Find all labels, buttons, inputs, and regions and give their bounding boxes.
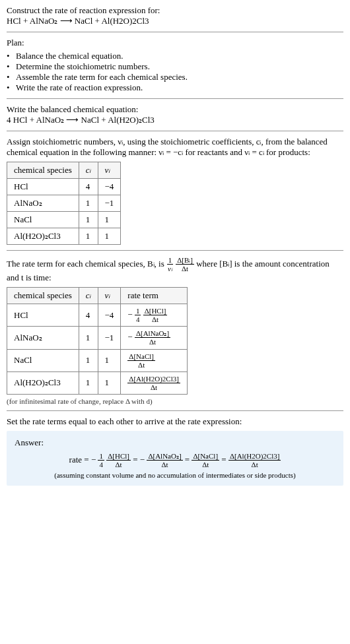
divider: [7, 32, 343, 32]
cell-c: 1: [79, 371, 98, 394]
plan-item: •Balance the chemical equation.: [7, 51, 343, 61]
cell-c: 1: [79, 349, 98, 371]
frac-num: Δ[AlNaO₂]: [147, 452, 182, 461]
plan-item: •Determine the stoichiometric numbers.: [7, 61, 343, 72]
frac-den: Δt: [201, 461, 210, 468]
frac-coef: 14: [135, 307, 141, 323]
cell-v: −4: [98, 179, 121, 195]
table-header-row: chemical species cᵢ νᵢ: [7, 162, 121, 179]
table-row: HCl4−4: [7, 179, 121, 195]
frac-num: Δ[Al(H2O)2Cl3]: [127, 375, 180, 383]
cell-c: 1: [79, 195, 98, 212]
answer-box: Answer: rate = − 14 Δ[HCl]Δt = − Δ[AlNaO…: [7, 431, 343, 486]
table-row: Al(H2O)₂Cl311: [7, 228, 121, 245]
plan-item-text: Determine the stoichiometric numbers.: [16, 61, 150, 72]
frac-delta: Δ[NaCl]Δt: [127, 352, 155, 369]
frac-num: Δ[HCl]: [143, 307, 168, 315]
rt-prefix: −: [127, 332, 132, 342]
frac-delta: Δ[NaCl]Δt: [192, 452, 219, 468]
answer-equation: rate = − 14 Δ[HCl]Δt = − Δ[AlNaO₂]Δt = Δ…: [15, 452, 335, 468]
frac-coef: 14: [98, 452, 104, 468]
answer-note: (assuming constant volume and no accumul…: [15, 471, 335, 479]
rt-prefix: =: [185, 455, 192, 465]
frac-delta: Δ[Bᵢ]Δt: [176, 256, 194, 273]
rateterm-intro: The rate term for each chemical species,…: [7, 256, 343, 283]
cell-v: 1: [98, 371, 121, 394]
final-section: Set the rate terms equal to each other t…: [7, 416, 343, 486]
frac-num: 1: [167, 256, 174, 265]
frac-num: Δ[NaCl]: [192, 452, 219, 461]
col-v: νᵢ: [98, 288, 121, 304]
cell-v: 1: [98, 349, 121, 371]
frac-delta: Δ[AlNaO₂]Δt: [135, 329, 170, 346]
cell-species: AlNaO₂: [7, 327, 79, 349]
rate-term: − 14 Δ[HCl]Δt: [91, 455, 133, 465]
frac-den: Δt: [180, 265, 190, 273]
cell-v: −1: [98, 327, 121, 349]
col-species: chemical species: [7, 288, 79, 304]
frac-den: Δt: [250, 461, 260, 468]
divider: [7, 250, 343, 251]
frac-delta: Δ[HCl]Δt: [106, 452, 131, 468]
balanced-equation: 4 HCl + AlNaO₂ ⟶ NaCl + Al(H2O)₂Cl3: [7, 115, 343, 125]
frac-den: Δt: [114, 461, 123, 468]
header-prompt: Construct the rate of reaction expressio…: [7, 5, 343, 16]
plan-item-text: Assemble the rate term for each chemical…: [16, 72, 188, 82]
cell-rate: Δ[Al(H2O)2Cl3]Δt: [121, 371, 188, 394]
frac-delta: Δ[Al(H2O)2Cl3]Δt: [127, 375, 180, 391]
rateterm-note: (for infinitesimal rate of change, repla…: [7, 397, 343, 405]
col-rate: rate term: [121, 288, 188, 304]
cell-species: AlNaO₂: [7, 195, 79, 212]
plan-title: Plan:: [7, 38, 343, 48]
rate-term: = Δ[NaCl]Δt: [185, 455, 221, 465]
frac-num: Δ[NaCl]: [127, 352, 155, 361]
plan-item-text: Write the rate of reaction expression.: [16, 82, 143, 93]
final-intro: Set the rate terms equal to each other t…: [7, 416, 343, 427]
balanced-section: Write the balanced chemical equation: 4 …: [7, 104, 343, 125]
cell-species: NaCl: [7, 212, 79, 228]
frac-num: Δ[Al(H2O)2Cl3]: [228, 452, 281, 461]
col-v: νᵢ: [98, 162, 121, 179]
cell-rate: − 14 Δ[HCl]Δt: [121, 304, 188, 327]
cell-species: HCl: [7, 179, 79, 195]
divider: [7, 131, 343, 131]
plan-list: •Balance the chemical equation. •Determi…: [7, 51, 343, 93]
cell-v: 1: [98, 228, 121, 245]
rt-prefix: −: [127, 309, 132, 319]
bullet-icon: •: [7, 72, 13, 82]
stoich-section: Assign stoichiometric numbers, νᵢ, using…: [7, 137, 343, 245]
col-c: cᵢ: [79, 162, 98, 179]
frac-num: 1: [98, 452, 104, 461]
header-equation: HCl + AlNaO₂ ⟶ NaCl + Al(H2O)2Cl3: [7, 16, 343, 26]
cell-c: 1: [79, 327, 98, 349]
cell-c: 1: [79, 228, 98, 245]
cell-species: HCl: [7, 304, 79, 327]
cell-species: NaCl: [7, 349, 79, 371]
table-header-row: chemical species cᵢ νᵢ rate term: [7, 288, 188, 304]
cell-species: Al(H2O)₂Cl3: [7, 228, 79, 245]
cell-species: Al(H2O)₂Cl3: [7, 371, 79, 394]
rate-term: = − Δ[AlNaO₂]Δt: [133, 455, 185, 465]
rate-label: rate =: [69, 455, 91, 465]
table-row: AlNaO₂1−1: [7, 195, 121, 212]
frac-num: Δ[HCl]: [106, 452, 131, 461]
frac-den: νᵢ: [166, 265, 174, 273]
cell-c: 4: [79, 304, 98, 327]
rate-term: = Δ[Al(H2O)2Cl3]Δt: [221, 455, 281, 465]
header-section: Construct the rate of reaction expressio…: [7, 5, 343, 26]
cell-v: −4: [98, 304, 121, 327]
table-row: NaCl 1 1 Δ[NaCl]Δt: [7, 349, 188, 371]
frac-den: 4: [135, 315, 141, 323]
plan-section: Plan: •Balance the chemical equation. •D…: [7, 38, 343, 93]
frac-den: Δt: [148, 338, 157, 346]
divider: [7, 98, 343, 99]
answer-label: Answer:: [15, 437, 335, 448]
frac-den: Δt: [151, 315, 160, 323]
frac-coef: 1νᵢ: [166, 256, 174, 273]
plan-item-text: Balance the chemical equation.: [16, 51, 123, 61]
frac-den: Δt: [149, 383, 158, 391]
frac-delta: Δ[AlNaO₂]Δt: [147, 452, 182, 468]
cell-c: 1: [79, 212, 98, 228]
rateterm-intro-a: The rate term for each chemical species,…: [7, 259, 166, 269]
bullet-icon: •: [7, 61, 13, 72]
